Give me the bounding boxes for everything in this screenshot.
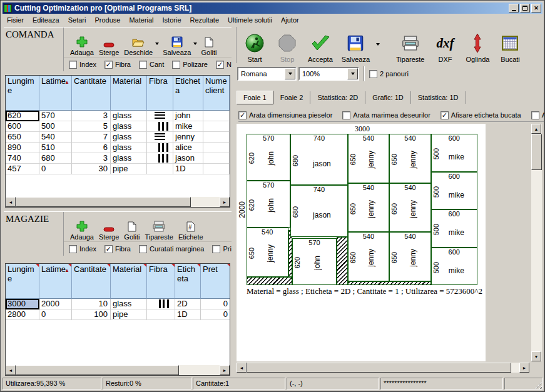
scroll-down-icon[interactable]: ▼	[531, 351, 541, 361]
horizontal-scrollbar[interactable]: ◄ ►	[6, 197, 230, 207]
menu-item-setari[interactable]: Setari	[64, 15, 91, 25]
deschide-dropdown-icon[interactable]	[155, 43, 159, 45]
table-cell[interactable]: 0	[39, 309, 72, 320]
table-cell[interactable]	[147, 153, 173, 164]
table-cell[interactable]: 500	[39, 121, 72, 132]
scroll-up-icon[interactable]: ▲	[531, 124, 541, 134]
table-cell[interactable]: 0	[201, 309, 230, 320]
sterge-button[interactable]: Sterge	[96, 219, 121, 241]
table-cell[interactable]: alice	[173, 143, 203, 153]
tab-grafic-1d[interactable]: Grafic: 1D	[365, 91, 411, 104]
adauga-button[interactable]: Adauga	[68, 35, 96, 56]
scroll-right-icon[interactable]: ►	[519, 363, 529, 373]
table-cell[interactable]: 6	[72, 143, 111, 153]
checkbox-fibra[interactable]: ✓Fibra	[104, 61, 131, 69]
column-header-cantitate[interactable]: Cantitate	[72, 264, 111, 299]
checkbox-arata-dimensiunea-pieselor[interactable]: ✓Arata dimensiunea pieselor	[238, 111, 332, 119]
table-cell[interactable]	[203, 111, 230, 121]
scroll-left-icon[interactable]: ◄	[237, 363, 247, 373]
minimize-button[interactable]	[509, 4, 519, 13]
table-cell[interactable]: 30	[72, 164, 111, 174]
column-header-lungime[interactable]: Lungime	[6, 76, 39, 111]
checkbox-curatati-marginea[interactable]: Curatati marginea	[139, 245, 204, 253]
table-cell[interactable]: 510	[39, 143, 72, 153]
tab-statistica-1d[interactable]: Statistica: 1D	[411, 91, 466, 104]
table-cell[interactable]: 5	[72, 121, 111, 132]
column-header-lungime[interactable]: Lungime	[6, 264, 39, 299]
column-header-fibra[interactable]: Fibra	[147, 76, 173, 111]
table-cell[interactable]: 2D	[175, 299, 201, 309]
tipareste-button[interactable]: Tipareste	[394, 32, 427, 63]
horizontal-scrollbar[interactable]: ◄ ►	[237, 363, 529, 373]
table-cell[interactable]: glass	[111, 111, 147, 121]
maximize-button[interactable]	[520, 4, 530, 13]
menu-item-istorie[interactable]: Istorie	[158, 15, 186, 25]
table-cell[interactable]: 540	[39, 132, 72, 143]
table-cell[interactable]: 740	[6, 153, 39, 164]
table-cell[interactable]: 7	[72, 132, 111, 143]
checkbox-polizare[interactable]: Polizare	[172, 61, 208, 69]
column-header-pret[interactable]: Pret	[201, 264, 230, 299]
dxf-button[interactable]: dxf DXF	[430, 32, 459, 63]
stop-button[interactable]: Stop	[273, 32, 302, 63]
chevron-down-icon[interactable]	[347, 68, 358, 79]
table-cell[interactable]: 570	[39, 111, 72, 121]
salveaza-dropdown-icon[interactable]	[193, 43, 197, 45]
table-cell[interactable]	[147, 299, 175, 309]
table-cell[interactable]: mike	[173, 121, 203, 132]
column-header-latime[interactable]: Latime▲	[39, 76, 72, 111]
zoom-select[interactable]: 100%	[298, 67, 359, 81]
checkbox-2-panouri[interactable]: 2 panouri	[369, 70, 409, 78]
menu-item-rezultate[interactable]: Rezultate	[186, 15, 223, 25]
start-button[interactable]: Start	[240, 32, 269, 63]
table-cell[interactable]: 0	[39, 164, 72, 174]
table-cell[interactable]	[203, 164, 230, 174]
table-cell[interactable]	[203, 121, 230, 132]
goliti-button[interactable]: Goliti	[198, 35, 219, 56]
menu-item-fisier[interactable]: Fisier	[3, 15, 28, 25]
scroll-left-icon[interactable]: ◄	[6, 365, 16, 375]
column-header-material[interactable]: Material	[111, 76, 147, 111]
table-cell[interactable]: pipe	[111, 164, 147, 174]
column-header-eticheta[interactable]: Eticheta	[175, 264, 201, 299]
table-cell[interactable]: john	[173, 111, 203, 121]
table-cell[interactable]: 1D	[175, 309, 201, 320]
table-cell[interactable]	[147, 164, 173, 174]
vertical-scrollbar[interactable]: ▲ ▼	[531, 124, 542, 361]
table-cell[interactable]: jason	[173, 153, 203, 164]
table-cell[interactable]: 10	[72, 299, 111, 309]
adauga-button[interactable]: Adauga	[68, 219, 96, 241]
table-cell[interactable]: 0	[201, 299, 230, 309]
checkbox-cant[interactable]: Cant	[139, 61, 164, 69]
table-cell[interactable]	[203, 143, 230, 153]
table-cell[interactable]: 3	[72, 111, 111, 121]
goliti-button[interactable]: Goliti	[121, 219, 142, 241]
checkbox-index[interactable]: Index	[69, 245, 96, 253]
table-cell[interactable]	[147, 111, 173, 121]
table-cell[interactable]: 2800	[6, 309, 39, 320]
table-cell[interactable]: 650	[6, 132, 39, 143]
checkbox-afisare-eticheta-bucata[interactable]: ✓Afisare eticheta bucata	[441, 111, 521, 119]
salveaza-button[interactable]: Salveaza	[339, 32, 372, 63]
table-cell[interactable]: 3	[72, 153, 111, 164]
table-cell[interactable]: 600	[6, 121, 39, 132]
oglinda-button[interactable]: Oglinda	[463, 32, 492, 63]
table-cell[interactable]: pipe	[111, 309, 147, 320]
table-cell[interactable]	[147, 309, 175, 320]
close-button[interactable]: ✕	[531, 4, 541, 13]
checkbox-arata[interactable]: Arata	[531, 111, 545, 119]
table-cell[interactable]: 680	[39, 153, 72, 164]
scroll-left-icon[interactable]: ◄	[6, 197, 16, 207]
table-cell[interactable]: 1D	[173, 164, 203, 174]
scroll-right-icon[interactable]: ►	[220, 197, 230, 207]
bucati-button[interactable]: Bucati	[496, 32, 524, 63]
menu-item-produse[interactable]: Produse	[90, 15, 125, 25]
chevron-down-icon[interactable]	[285, 68, 295, 79]
table-cell[interactable]	[203, 153, 230, 164]
sterge-button[interactable]: Sterge	[96, 35, 121, 56]
menu-item-ultimele-solutii[interactable]: Ultimele solutii	[223, 15, 277, 25]
menu-item-material[interactable]: Material	[125, 15, 158, 25]
checkbox-prioritate[interactable]: Prioritate	[212, 245, 232, 253]
table-cell[interactable]	[147, 132, 173, 143]
column-header-material[interactable]: Material	[111, 264, 147, 299]
